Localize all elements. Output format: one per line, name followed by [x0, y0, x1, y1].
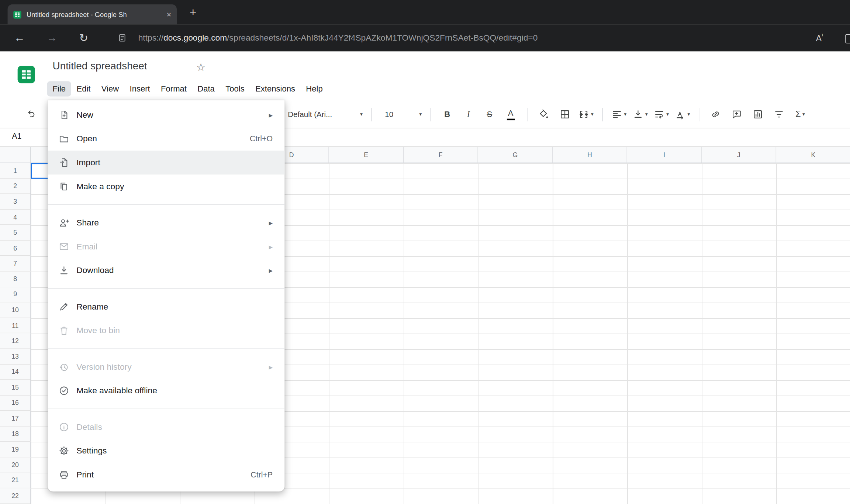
menu-edit[interactable]: Edit — [71, 81, 96, 96]
row-header-1[interactable]: 1 — [0, 163, 31, 179]
bold-button[interactable]: B — [440, 104, 455, 124]
read-aloud-icon[interactable]: A⁾ — [816, 32, 823, 43]
row-header-21[interactable]: 21 — [0, 473, 31, 489]
toolbar-divider — [431, 108, 431, 121]
row-header-4[interactable]: 4 — [0, 210, 31, 225]
horizontal-align-button[interactable]: ▾ — [611, 104, 626, 124]
row-header-6[interactable]: 6 — [0, 241, 31, 256]
menu-file[interactable]: File — [47, 81, 71, 96]
file-menu-item-rename[interactable]: Rename — [48, 295, 284, 319]
sheets-logo-icon[interactable] — [17, 65, 36, 84]
row-header-11[interactable]: 11 — [0, 318, 31, 334]
file-menu-item-make-available-offline[interactable]: Make available offline — [48, 379, 284, 403]
menu-view[interactable]: View — [96, 81, 124, 96]
row-header-22[interactable]: 22 — [0, 489, 31, 504]
functions-button[interactable]: Σ▾ — [792, 104, 808, 124]
chevron-down-icon: ▾ — [666, 112, 669, 117]
row-header-14[interactable]: 14 — [0, 365, 31, 380]
forward-button[interactable]: → — [46, 32, 57, 44]
fill-color-button[interactable] — [536, 104, 551, 124]
menu-item-label: Details — [76, 422, 102, 432]
new-tab-button[interactable]: + — [190, 4, 196, 21]
column-header-I[interactable]: I — [627, 147, 702, 163]
row-header-16[interactable]: 16 — [0, 396, 31, 411]
browser-tab[interactable]: Untitled spreadsheet - Google Sh × — [8, 4, 177, 24]
row-header-7[interactable]: 7 — [0, 256, 31, 272]
fill-color-icon — [538, 109, 549, 120]
menu-tools[interactable]: Tools — [220, 81, 250, 96]
menu-help[interactable]: Help — [301, 81, 328, 96]
font-family-select[interactable]: Default (Ari...▾ — [288, 110, 363, 119]
undo-icon[interactable] — [25, 108, 36, 119]
column-header-F[interactable]: F — [404, 147, 478, 163]
toolbar-divider — [699, 108, 699, 121]
font-size-select[interactable]: 10▾ — [381, 110, 422, 119]
row-headers: 12345678910111213141516171819202122 — [0, 163, 31, 504]
column-header-K[interactable]: K — [776, 147, 850, 163]
gear-icon — [59, 445, 69, 456]
back-button[interactable]: ← — [14, 32, 25, 44]
vertical-align-button[interactable]: ▾ — [633, 104, 648, 124]
site-info-icon[interactable] — [118, 33, 127, 42]
insert-chart-button[interactable] — [750, 104, 766, 124]
merge-cells-button[interactable]: ▾ — [578, 104, 594, 124]
name-box[interactable]: A1 — [12, 132, 21, 141]
menu-format[interactable]: Format — [155, 81, 192, 96]
insert-link-icon — [710, 109, 721, 120]
row-header-15[interactable]: 15 — [0, 380, 31, 396]
sheets-app: Untitled spreadsheet ☆ FileEditViewInser… — [0, 52, 850, 504]
column-header-G[interactable]: G — [478, 147, 553, 163]
borders-button[interactable] — [557, 104, 573, 124]
tab-title: Untitled spreadsheet - Google Sh — [27, 11, 163, 18]
insert-link-button[interactable] — [708, 104, 723, 124]
file-menu-item-open[interactable]: OpenCtrl+O — [48, 127, 284, 151]
menu-insert[interactable]: Insert — [124, 81, 156, 96]
info-icon — [59, 422, 69, 432]
row-header-9[interactable]: 9 — [0, 287, 31, 303]
row-header-13[interactable]: 13 — [0, 349, 31, 365]
insert-comment-button[interactable] — [729, 104, 744, 124]
row-header-20[interactable]: 20 — [0, 458, 31, 473]
file-menu-item-download[interactable]: Download▸ — [48, 259, 284, 283]
row-header-19[interactable]: 19 — [0, 442, 31, 458]
text-rotation-button[interactable]: ▾ — [675, 104, 690, 124]
strikethrough-button[interactable]: S — [482, 104, 497, 124]
row-header-17[interactable]: 17 — [0, 411, 31, 427]
text-color-button[interactable]: A — [503, 104, 518, 124]
row-header-5[interactable]: 5 — [0, 225, 31, 241]
document-title[interactable]: Untitled spreadsheet — [53, 60, 147, 72]
file-menu-item-make-a-copy[interactable]: Make a copy — [48, 175, 284, 199]
file-menu-item-print[interactable]: PrintCtrl+P — [48, 463, 284, 487]
copy-icon — [59, 181, 69, 192]
partial-toolbar-icon[interactable] — [845, 34, 850, 44]
column-header-J[interactable]: J — [702, 147, 776, 163]
row-header-18[interactable]: 18 — [0, 427, 31, 442]
address-bar[interactable]: https://docs.google.com/spreadsheets/d/1… — [138, 33, 538, 43]
file-menu-item-import[interactable]: Import — [48, 151, 284, 175]
row-header-12[interactable]: 12 — [0, 334, 31, 349]
menu-item-label: Move to bin — [76, 326, 120, 335]
italic-button[interactable]: I — [461, 104, 476, 124]
star-icon[interactable]: ☆ — [196, 61, 205, 74]
file-menu-item-share[interactable]: Share▸ — [48, 211, 284, 235]
column-header-H[interactable]: H — [553, 147, 627, 163]
file-menu-item-new[interactable]: New▸ — [48, 103, 284, 127]
menu-data[interactable]: Data — [192, 81, 220, 96]
menu-extensions[interactable]: Extensions — [250, 81, 300, 96]
row-header-8[interactable]: 8 — [0, 272, 31, 287]
file-menu-item-details: Details — [48, 415, 284, 439]
text-wrap-button[interactable]: ▾ — [654, 104, 669, 124]
row-header-3[interactable]: 3 — [0, 194, 31, 210]
url-domain: docs.google.com — [163, 33, 227, 42]
create-filter-button[interactable] — [771, 104, 787, 124]
menu-item-label: New — [76, 110, 93, 120]
row-header-10[interactable]: 10 — [0, 303, 31, 318]
row-header-2[interactable]: 2 — [0, 179, 31, 194]
reload-button[interactable]: ↻ — [79, 31, 89, 44]
history-icon — [59, 362, 69, 372]
text-color-icon: A — [508, 108, 514, 117]
select-all-corner[interactable] — [0, 147, 31, 163]
file-menu-item-settings[interactable]: Settings — [48, 439, 284, 463]
column-header-E[interactable]: E — [329, 147, 404, 163]
tab-close-icon[interactable]: × — [166, 10, 171, 19]
